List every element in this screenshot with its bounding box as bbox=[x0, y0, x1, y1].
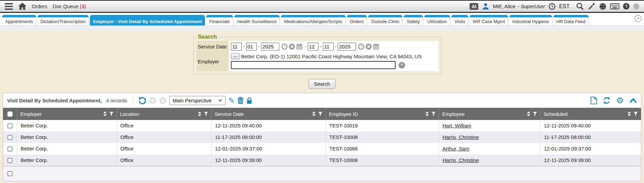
clock-icon[interactable] bbox=[549, 3, 555, 10]
orders-link[interactable]: Orders bbox=[32, 3, 47, 9]
time-picker-icon[interactable] bbox=[281, 43, 288, 50]
tab-outside-clinic[interactable]: Outside Clinic bbox=[368, 15, 402, 25]
undo-icon[interactable] bbox=[138, 97, 146, 105]
tab-overflow-icon[interactable] bbox=[634, 15, 642, 24]
footer-checkbox[interactable] bbox=[7, 171, 13, 176]
user-icon[interactable] bbox=[482, 3, 489, 10]
globe-icon[interactable] bbox=[599, 3, 606, 10]
sort-icon[interactable] bbox=[425, 111, 429, 116]
date-from-year-input[interactable] bbox=[261, 43, 279, 50]
tab-wr-case-mgmt[interactable]: WR Case Mgmt bbox=[470, 15, 508, 25]
tab-medications-allergies-scripts[interactable]: Medications/Allergies/Scripts bbox=[281, 15, 345, 25]
search-button-row: Search bbox=[0, 79, 644, 89]
results-toolbar: Visit Detail By Scheduled Appointment,4 … bbox=[3, 93, 641, 108]
column-header-scheduled[interactable]: Scheduled bbox=[541, 108, 641, 120]
clear-date-icon[interactable] bbox=[289, 43, 295, 50]
chevron-down-icon bbox=[218, 99, 222, 102]
employee-link[interactable]: Arthur, Sam bbox=[443, 146, 469, 151]
date-to-day-input[interactable] bbox=[323, 43, 334, 50]
filter-icon[interactable] bbox=[318, 111, 323, 116]
collapse-panel-icon[interactable] bbox=[629, 98, 637, 103]
status-indicator-icon[interactable] bbox=[633, 3, 639, 9]
filter-icon[interactable] bbox=[533, 111, 537, 116]
top-navigation-bar: Orders Doc Queue (3) AI MIE, Alice - Sup… bbox=[0, 0, 644, 13]
user-menu[interactable]: MIE, Alice - SuperUser bbox=[493, 3, 545, 9]
next-page-icon[interactable] bbox=[159, 97, 166, 104]
sort-icon[interactable] bbox=[527, 111, 530, 116]
keyboard-icon[interactable] bbox=[610, 3, 619, 9]
date-separator: - bbox=[243, 44, 245, 49]
employee-link[interactable]: Hart, William bbox=[443, 123, 471, 128]
column-header-employer[interactable]: Employer bbox=[17, 108, 117, 120]
select-all-checkbox[interactable] bbox=[7, 111, 13, 117]
collapse-employer-button[interactable]: — bbox=[231, 53, 240, 59]
tab-hr-data-feed[interactable]: HR Data Feed bbox=[553, 15, 589, 25]
column-header-employee-id[interactable]: Employee ID bbox=[326, 108, 439, 120]
sort-icon[interactable] bbox=[103, 111, 107, 116]
tab-orders[interactable]: Orders bbox=[347, 15, 367, 25]
tab-visits[interactable]: Visits bbox=[451, 15, 468, 25]
column-header-employee[interactable]: Employee bbox=[439, 108, 541, 120]
cell-employee-id: TEST-10008 bbox=[326, 131, 439, 143]
calendar-icon[interactable] bbox=[296, 43, 303, 50]
employee-link[interactable]: Harris, Christine bbox=[443, 157, 479, 163]
tab-safety[interactable]: Safety bbox=[404, 15, 423, 25]
previous-page-icon[interactable] bbox=[149, 97, 156, 104]
clear-date-icon[interactable] bbox=[365, 43, 372, 50]
lock-perspective-icon[interactable] bbox=[246, 97, 252, 104]
row-checkbox[interactable] bbox=[7, 158, 13, 163]
date-from-day-input[interactable] bbox=[246, 43, 257, 50]
filter-icon[interactable] bbox=[204, 111, 208, 116]
filter-icon[interactable] bbox=[431, 111, 436, 116]
tab-health-surveillance[interactable]: Health Surveillance bbox=[234, 15, 280, 25]
employer-fields: — Better Corp. (EO-1) 12001 Pacific Coas… bbox=[229, 52, 438, 71]
doc-queue-link[interactable]: Doc Queue (3) bbox=[53, 3, 86, 9]
employer-help-icon[interactable]: ? bbox=[399, 62, 405, 68]
row-checkbox[interactable] bbox=[7, 135, 13, 140]
time-picker-icon[interactable] bbox=[358, 43, 364, 50]
table-row[interactable]: Better Corp. Office 12-11-2025 09:39:00 … bbox=[3, 155, 641, 166]
filter-icon[interactable] bbox=[109, 111, 114, 116]
home-icon[interactable] bbox=[18, 3, 26, 10]
perspective-select[interactable]: Main Perspective bbox=[169, 96, 225, 105]
date-to-month-input[interactable] bbox=[308, 43, 318, 50]
ai-badge[interactable]: AI bbox=[470, 3, 478, 10]
calendar-icon[interactable] bbox=[373, 43, 379, 50]
tab-dictation-transcription[interactable]: Dictation/Transcription bbox=[38, 15, 89, 25]
sort-icon[interactable] bbox=[312, 111, 316, 116]
search-icon[interactable] bbox=[576, 2, 584, 10]
date-from-month-input[interactable] bbox=[231, 43, 242, 50]
tab-utilization[interactable]: Utilization bbox=[424, 15, 450, 25]
tab-industrial-hygiene[interactable]: Industrial Hygiene bbox=[509, 15, 552, 25]
row-checkbox[interactable] bbox=[7, 123, 13, 128]
table-row[interactable]: Better Corp. Office 12-11-2025 09:40:00 … bbox=[3, 120, 641, 131]
sort-icon[interactable] bbox=[627, 111, 631, 116]
sort-icon[interactable] bbox=[198, 111, 201, 116]
tab-label: Industrial Hygiene bbox=[512, 19, 549, 24]
delete-perspective-icon[interactable] bbox=[238, 97, 243, 104]
new-document-icon[interactable] bbox=[591, 97, 597, 104]
tab-employer-visit-detail[interactable]: Employer : Visit Detail By Scheduled App… bbox=[90, 15, 205, 25]
employer-search-input[interactable] bbox=[231, 61, 396, 69]
hamburger-menu-icon[interactable] bbox=[5, 3, 13, 10]
row-checkbox[interactable] bbox=[7, 146, 13, 151]
tab-financials[interactable]: Financials bbox=[206, 15, 233, 25]
date-to-year-input[interactable] bbox=[338, 43, 356, 50]
wand-icon[interactable] bbox=[588, 2, 595, 10]
edit-perspective-icon[interactable]: ✎ bbox=[229, 97, 235, 104]
cell-employee-id: TEST-10019 bbox=[326, 120, 439, 131]
results-record-count: 4 records bbox=[106, 98, 127, 103]
employee-link[interactable]: Harris, Christine bbox=[443, 134, 479, 140]
column-header-location[interactable]: Location bbox=[117, 108, 212, 120]
tab-appointments[interactable]: Appointments bbox=[2, 15, 36, 25]
settings-gear-icon[interactable]: ⚙ bbox=[616, 96, 624, 105]
help-icon[interactable]: ? bbox=[623, 3, 629, 9]
refresh-icon[interactable] bbox=[603, 97, 611, 104]
search-button[interactable]: Search bbox=[309, 79, 336, 89]
search-legend: Search bbox=[196, 34, 218, 40]
date-from-icons bbox=[281, 43, 303, 50]
table-row[interactable]: Better Corp. Office 11-17-2025 08:00:00 … bbox=[3, 131, 641, 143]
table-row[interactable]: Better Corp. Office 12-01-2025 09:37:00 … bbox=[3, 143, 641, 155]
filter-icon[interactable] bbox=[634, 111, 638, 116]
column-header-service-date[interactable]: Service Date bbox=[212, 108, 326, 120]
